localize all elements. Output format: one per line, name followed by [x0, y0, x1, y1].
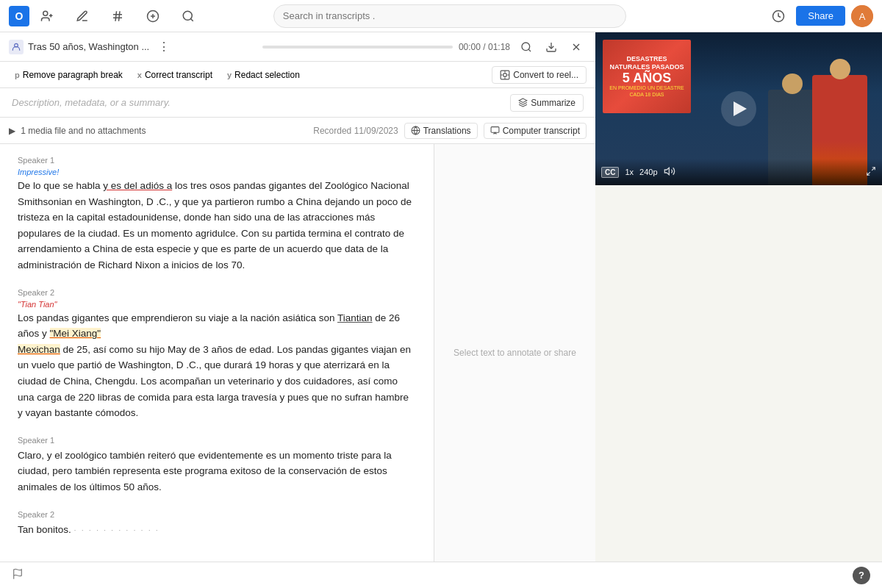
- search-bar: [273, 4, 626, 28]
- action-right: Convert to reel...: [492, 66, 587, 84]
- people-icon[interactable]: [35, 4, 59, 28]
- action-toolbar: p Remove paragraph break x Correct trans…: [0, 62, 595, 88]
- recorded-label: Recorded 11/09/2023: [313, 126, 398, 136]
- redact-selection-button[interactable]: y Redact selection: [221, 68, 306, 82]
- svg-line-15: [528, 49, 531, 51]
- annotation-tian-tian: "Tian Tian": [18, 300, 416, 309]
- speed-badge[interactable]: 1x: [625, 168, 634, 176]
- annotation-hint: Select text to annotate or share: [442, 336, 588, 370]
- top-nav: O: [0, 0, 882, 32]
- speaker-block-3: Speaker 1 Claro, y el zoológico también …: [18, 436, 416, 495]
- svg-rect-27: [491, 127, 499, 133]
- help-button[interactable]: ?: [853, 567, 870, 584]
- svg-line-9: [190, 18, 193, 21]
- download-icon[interactable]: [541, 37, 562, 57]
- svg-line-3: [115, 11, 117, 21]
- search-media-icon[interactable]: [516, 37, 537, 57]
- transcript-content: Speaker 1 Impressive! De lo que se habla…: [0, 144, 434, 562]
- translations-button[interactable]: Translations: [404, 123, 478, 139]
- speaker-label-1: Speaker 1: [18, 156, 416, 165]
- doc-title-area: Tras 50 años, Washington ... ⋮: [9, 37, 257, 57]
- cc-badge[interactable]: CC: [601, 167, 619, 178]
- media-controls: [516, 37, 587, 57]
- doc-title: Tras 50 años, Washington ...: [28, 41, 149, 52]
- time-display: 00:00 / 01:18: [459, 42, 510, 52]
- video-controls-bar: CC 1x 240p: [595, 159, 882, 185]
- main-content: Tras 50 años, Washington ... ⋮ 00:00 / 0…: [0, 32, 882, 562]
- svg-marker-29: [664, 168, 669, 174]
- nav-icons: [35, 4, 200, 28]
- meta-right: Recorded 11/09/2023 Translations: [313, 123, 587, 139]
- doc-icon: [9, 40, 24, 54]
- mei-xiang-tag: "Mei Xiang": [50, 328, 101, 339]
- computer-transcript-button[interactable]: Computer transcript: [484, 123, 587, 139]
- share-button[interactable]: Share: [796, 6, 845, 26]
- redacted-dots: · · · · · · · · · · · ·: [74, 526, 159, 534]
- search-nav-icon[interactable]: [176, 4, 200, 28]
- doc-toolbar: Tras 50 años, Washington ... ⋮ 00:00 / 0…: [0, 32, 595, 62]
- doc-menu-button[interactable]: ⋮: [154, 37, 174, 57]
- speaker-label-2: Speaker 2: [18, 288, 416, 297]
- expand-attachment-icon: ▶: [9, 126, 15, 136]
- transcript-text-1: De lo que se habla y es del adiós a los …: [18, 178, 416, 273]
- add-icon[interactable]: [141, 4, 165, 28]
- speaker-block-4: Speaker 2 Tan bonitos. · · · · · · · · ·…: [18, 510, 416, 538]
- speaker-label-4: Speaker 2: [18, 510, 416, 519]
- video-rest-area: [595, 185, 882, 562]
- svg-point-20: [503, 73, 507, 76]
- avatar[interactable]: A: [851, 5, 873, 27]
- video-container: DESASTRES NATURALES PASADOS 5 AÑOS EN PR…: [595, 32, 882, 185]
- play-button[interactable]: [721, 91, 756, 126]
- remove-paragraph-break-button[interactable]: p Remove paragraph break: [9, 68, 129, 82]
- convert-to-reel-button[interactable]: Convert to reel...: [492, 66, 587, 84]
- underlined-text-1: y es del adiós a: [103, 180, 172, 191]
- speaker-label-3: Speaker 1: [18, 436, 416, 445]
- transcript-text-4: Tan bonitos. · · · · · · · · · · · ·: [18, 522, 416, 538]
- transcript-text-3: Claro, y el zoológico también reiteró qu…: [18, 448, 416, 495]
- left-panel: Tras 50 años, Washington ... ⋮ 00:00 / 0…: [0, 32, 595, 562]
- svg-text:A: A: [859, 11, 866, 22]
- close-icon[interactable]: [566, 37, 587, 57]
- quality-badge[interactable]: 240p: [639, 168, 657, 176]
- svg-point-14: [522, 43, 530, 51]
- content-area: Speaker 1 Impressive! De lo que se habla…: [0, 144, 595, 562]
- speaker-block-2: Speaker 2 "Tian Tian" Los pandas gigante…: [18, 288, 416, 421]
- nav-right: Share A: [767, 4, 873, 28]
- description-placeholder[interactable]: Description, metadata, or a summary.: [12, 97, 171, 108]
- search-input[interactable]: [273, 4, 626, 28]
- svg-line-4: [119, 11, 121, 21]
- annotation-panel: Select text to annotate or share: [434, 144, 595, 562]
- summarize-button[interactable]: Summarize: [510, 94, 584, 112]
- right-panel: DESASTRES NATURALES PASADOS 5 AÑOS EN PR…: [595, 32, 882, 562]
- volume-icon[interactable]: [664, 165, 675, 179]
- meta-bar: ▶ 1 media file and no attachments Record…: [0, 118, 595, 144]
- play-triangle-icon: [734, 101, 747, 116]
- flag-button[interactable]: [12, 568, 24, 583]
- app-logo[interactable]: O: [9, 6, 29, 26]
- bottom-bar: ?: [0, 562, 882, 588]
- mexichan-highlight: Mexichan: [18, 344, 60, 355]
- pen-icon[interactable]: [71, 4, 94, 28]
- svg-point-0: [43, 11, 48, 15]
- correct-transcript-button[interactable]: x Correct transcript: [132, 68, 218, 82]
- svg-line-30: [872, 167, 875, 170]
- progress-track[interactable]: [262, 46, 453, 49]
- speaker-block-1: Speaker 1 Impressive! De lo que se habla…: [18, 156, 416, 273]
- svg-point-8: [183, 11, 192, 20]
- hashtag-icon[interactable]: [106, 4, 129, 28]
- description-bar: Description, metadata, or a summary. Sum…: [0, 88, 595, 118]
- fullscreen-icon[interactable]: [866, 166, 876, 179]
- annotation-impressive: Impressive!: [18, 168, 416, 176]
- transcript-text-2: Los pandas gigantes que emprendieron su …: [18, 310, 416, 421]
- timeline-bar: 00:00 / 01:18: [262, 42, 510, 52]
- history-icon[interactable]: [767, 4, 790, 28]
- svg-line-31: [867, 172, 870, 175]
- attachment-info[interactable]: ▶ 1 media file and no attachments: [9, 126, 146, 136]
